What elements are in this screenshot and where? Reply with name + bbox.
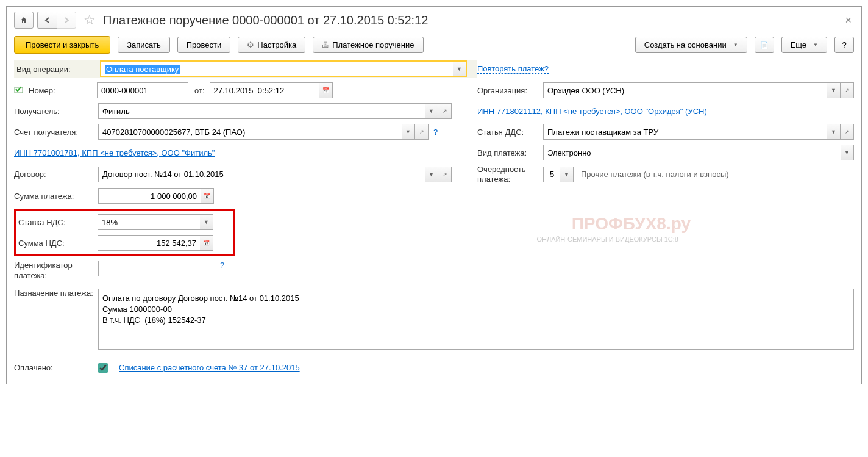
recipient-account-input[interactable]	[98, 124, 402, 140]
page-title: Платежное поручение 0000-000001 от 27.10…	[103, 13, 839, 27]
contract-open[interactable]: ↗	[438, 167, 452, 182]
recipient-input[interactable]	[98, 103, 425, 119]
back-button[interactable]	[37, 12, 57, 29]
forward-button[interactable]	[57, 12, 76, 29]
payment-id-help[interactable]: ?	[220, 261, 224, 270]
date-picker-button[interactable]: 📅	[319, 82, 333, 98]
payment-purpose-label: Назначение платежа:	[14, 289, 98, 299]
paid-checkbox[interactable]	[98, 363, 108, 373]
payment-type-dropdown[interactable]: ▼	[841, 145, 854, 160]
payment-id-input[interactable]	[98, 261, 215, 276]
recipient-account-label: Счет получателя:	[14, 128, 98, 137]
dds-label: Статья ДДС:	[477, 128, 543, 137]
organization-label: Организация:	[477, 86, 543, 95]
number-label: Номер:	[29, 86, 97, 95]
payment-sum-label: Сумма платежа:	[14, 192, 98, 201]
from-label: от:	[194, 86, 205, 95]
payment-purpose-textarea[interactable]	[98, 289, 854, 350]
contract-label: Договор:	[14, 170, 98, 179]
gear-icon	[247, 40, 254, 49]
recipient-dropdown[interactable]: ▼	[425, 103, 438, 119]
priority-input[interactable]	[543, 167, 560, 182]
close-button[interactable]: ×	[842, 14, 854, 27]
payment-sum-input[interactable]	[98, 188, 201, 204]
payment-type-label: Вид платежа:	[477, 148, 543, 157]
operation-type-dropdown[interactable]: ▼	[453, 61, 466, 77]
document-icon	[760, 40, 769, 49]
report-button[interactable]	[755, 37, 774, 53]
repeat-payment-link[interactable]: Повторять платеж?	[477, 64, 549, 74]
payment-type-input[interactable]	[543, 145, 841, 160]
organization-open[interactable]: ↗	[841, 82, 854, 98]
contract-input[interactable]	[98, 167, 425, 182]
vat-rate-input[interactable]	[98, 214, 200, 230]
dds-input[interactable]	[543, 124, 827, 140]
operation-type-label: Вид операции:	[16, 65, 101, 74]
settings-button[interactable]: Настройка	[238, 37, 305, 53]
vat-sum-input[interactable]	[98, 235, 200, 251]
favorite-icon[interactable]: ☆	[84, 12, 96, 28]
contract-dropdown[interactable]: ▼	[425, 167, 438, 182]
recipient-open[interactable]: ↗	[438, 103, 452, 119]
post-and-close-button[interactable]: Провести и закрыть	[14, 36, 110, 54]
printer-icon	[322, 40, 329, 49]
status-icon	[14, 85, 24, 95]
priority-label: Очередность платежа:	[477, 165, 543, 184]
vat-sum-calc[interactable]: 📅	[200, 235, 213, 251]
payment-id-label: Идентификатор платежа:	[14, 261, 98, 281]
org-info-link[interactable]: ИНН 7718021112, КПП <не требуется>, ООО …	[477, 107, 707, 116]
priority-dropdown[interactable]: ▼	[560, 167, 574, 182]
print-button[interactable]: Платежное поручение	[313, 37, 423, 53]
organization-input[interactable]	[543, 82, 827, 98]
home-button[interactable]	[14, 12, 34, 29]
organization-dropdown[interactable]: ▼	[827, 82, 841, 98]
recipient-info-link[interactable]: ИНН 7701001781, КПП <не требуется>, ООО …	[14, 148, 215, 157]
recipient-label: Получатель:	[14, 107, 98, 116]
recipient-account-dropdown[interactable]: ▼	[402, 124, 415, 140]
post-button[interactable]: Провести	[177, 37, 231, 53]
save-button[interactable]: Записать	[118, 37, 170, 53]
payment-sum-calc[interactable]: 📅	[201, 188, 214, 204]
dds-dropdown[interactable]: ▼	[827, 124, 841, 140]
help-button[interactable]: ?	[834, 37, 854, 53]
recipient-account-open[interactable]: ↗	[415, 124, 429, 140]
paid-label: Оплачено:	[14, 363, 98, 372]
create-based-button[interactable]: Создать на основании	[635, 37, 747, 53]
operation-type-input[interactable]: Оплата поставщику	[101, 61, 453, 77]
account-help[interactable]: ?	[433, 128, 438, 137]
writeoff-link[interactable]: Списание с расчетного счета № 37 от 27.1…	[119, 363, 300, 372]
priority-text: Прочие платежи (в т.ч. налоги и взносы)	[581, 170, 729, 179]
number-input[interactable]	[97, 82, 188, 98]
vat-sum-label: Сумма НДС:	[18, 239, 98, 248]
dds-open[interactable]: ↗	[841, 124, 854, 140]
vat-rate-label: Ставка НДС:	[18, 218, 98, 227]
more-button[interactable]: Еще	[781, 37, 827, 53]
date-input[interactable]	[210, 82, 319, 98]
vat-rate-dropdown[interactable]: ▼	[200, 214, 213, 230]
